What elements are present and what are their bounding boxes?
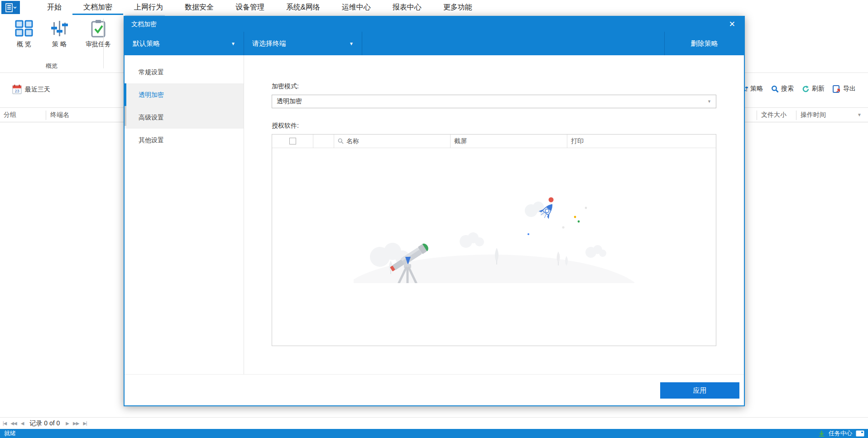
authorized-software-table: 名称 截屏 打印 (272, 134, 716, 346)
column-divider[interactable] (46, 111, 46, 120)
page-fast-prev-button[interactable]: ◀◀ (10, 421, 16, 426)
magnifier-icon (771, 85, 779, 93)
toolbar-refresh-button[interactable]: 刷新 (802, 85, 825, 93)
page-last-button[interactable]: ▶| (83, 421, 86, 426)
dialog-footer: 应用 (125, 374, 744, 405)
menu-item-ops-center[interactable]: 运维中心 (331, 0, 382, 15)
encryption-mode-value: 透明加密 (277, 97, 302, 106)
encryption-mode-select[interactable]: 透明加密 ▼ (272, 95, 716, 108)
column-header-optime[interactable]: 操作时间 (801, 111, 826, 119)
status-bar: 就绪 任务中心 (0, 429, 868, 438)
header-name-label: 名称 (346, 137, 359, 145)
toolbar-policy-label: 策略 (750, 85, 763, 93)
policy-select[interactable]: 默认策略 ▼ (125, 32, 244, 55)
header-blank-cell (313, 135, 334, 148)
calendar-icon: 23 (12, 85, 22, 94)
toolbar-refresh-label: 刷新 (812, 85, 825, 93)
menu-item-device-mgmt[interactable]: 设备管理 (225, 0, 275, 15)
dialog-nav: 常规设置 透明加密 高级设置 其他设置 (125, 55, 244, 374)
nav-item-other-settings[interactable]: 其他设置 (125, 129, 244, 151)
encryption-mode-label: 加密模式: (272, 82, 716, 91)
date-filter-label: 最近三天 (25, 86, 50, 94)
chevron-down-icon: ▼ (231, 41, 235, 46)
svg-text:23: 23 (14, 89, 19, 93)
terminal-select[interactable]: 请选择终端 ▼ (244, 32, 362, 55)
download-arrow-icon (818, 430, 825, 437)
top-menu-bar: 开始 文档加密 上网行为 数据安全 设备管理 系统&网络 运维中心 报表中心 更… (0, 0, 868, 15)
column-options-caret-icon[interactable]: ▼ (857, 112, 862, 117)
menu-item-system-network[interactable]: 系统&网络 (275, 0, 331, 15)
toolbar-search-label: 搜索 (781, 85, 794, 93)
ribbon-label-approval: 审批任务 (77, 40, 120, 48)
menu-item-web-behavior[interactable]: 上网行为 (123, 0, 174, 15)
column-divider[interactable] (757, 111, 757, 120)
ribbon-item-approval-tasks[interactable]: 审批任务 (77, 15, 120, 59)
app-list-icon (5, 3, 16, 12)
page-fast-next-button[interactable]: ▶▶ (73, 421, 79, 426)
page-next-button[interactable]: ▶ (66, 421, 69, 426)
apply-button[interactable]: 应用 (660, 382, 739, 399)
header-screenshot-cell[interactable]: 截屏 (451, 135, 567, 148)
ribbon-label-policy: 策 略 (42, 40, 77, 48)
nav-item-advanced-settings[interactable]: 高级设置 (125, 106, 244, 129)
ribbon-item-overview[interactable]: 概 览 (6, 15, 42, 59)
refresh-icon (802, 85, 810, 93)
policy-select-value: 默认策略 (133, 39, 160, 48)
workspace-toolbar: 策略 搜索 刷新 (740, 85, 856, 93)
select-all-checkbox[interactable] (289, 138, 296, 144)
clipboard-check-icon (90, 19, 107, 38)
dialog-titlebar: 文档加密 ✕ (125, 17, 744, 32)
column-header-group[interactable]: 分组 (4, 111, 16, 119)
header-print-cell[interactable]: 打印 (567, 135, 716, 148)
column-header-filesize[interactable]: 文件大小 (761, 111, 786, 119)
ribbon-item-policy[interactable]: 策 略 (42, 15, 77, 59)
dialog-content: 加密模式: 透明加密 ▼ 授权软件: (244, 55, 744, 374)
search-icon (338, 138, 344, 144)
empty-state-illustration (272, 188, 716, 283)
authorized-software-label: 授权软件: (272, 122, 716, 130)
chevron-down-icon: ▼ (707, 99, 711, 104)
header-checkbox-cell (272, 135, 313, 148)
menu-item-more[interactable]: 更多功能 (432, 0, 483, 15)
header-name-cell[interactable]: 名称 (334, 135, 451, 148)
page-prev-button[interactable]: ◀ (21, 421, 24, 426)
ribbon-label-overview: 概 览 (6, 40, 42, 48)
export-icon (833, 85, 841, 93)
column-header-terminal[interactable]: 终端名 (50, 111, 69, 119)
delete-policy-button[interactable]: 删除策略 (664, 32, 744, 55)
pagination-bar: |◀ ◀◀ ◀ 记录 0 of 0 ▶ ▶▶ ▶| (0, 417, 868, 429)
menu-item-report-center[interactable]: 报表中心 (382, 0, 432, 15)
column-divider[interactable] (796, 111, 796, 120)
ribbon-group-divider (103, 19, 104, 68)
menu-item-doc-encryption[interactable]: 文档加密 (72, 0, 123, 15)
software-table-header: 名称 截屏 打印 (272, 135, 716, 148)
date-filter[interactable]: 23 最近三天 (12, 85, 50, 94)
chevron-down-icon: ▼ (349, 41, 354, 46)
main-menu: 开始 文档加密 上网行为 数据安全 设备管理 系统&网络 运维中心 报表中心 更… (36, 0, 483, 15)
grid-icon (15, 20, 33, 37)
ribbon-group-label: 概览 (0, 62, 103, 70)
menu-item-start[interactable]: 开始 (36, 0, 72, 15)
dialog-title: 文档加密 (131, 20, 157, 29)
dialog-selector-row: 默认策略 ▼ 请选择终端 ▼ 删除策略 (125, 32, 744, 55)
page-first-button[interactable]: |◀ (3, 421, 6, 426)
nav-item-transparent-encryption[interactable]: 透明加密 (125, 83, 244, 106)
dialog-body: 常规设置 透明加密 高级设置 其他设置 加密模式: 透明加密 ▼ 授权软件: (125, 55, 744, 374)
toolbar-search-button[interactable]: 搜索 (771, 85, 794, 93)
toolbar-export-label: 导出 (843, 85, 856, 93)
status-ready-label: 就绪 (0, 429, 16, 438)
nav-item-general-settings[interactable]: 常规设置 (125, 61, 244, 83)
terminal-select-value: 请选择终端 (252, 39, 286, 48)
close-icon[interactable]: ✕ (727, 19, 737, 29)
task-center-button[interactable]: 任务中心 (829, 429, 852, 438)
task-window-icon[interactable] (856, 430, 864, 437)
app-menu-button[interactable] (1, 1, 20, 14)
sliders-icon (50, 20, 68, 37)
record-count-label: 记录 0 of 0 (29, 419, 60, 428)
menu-item-data-security[interactable]: 数据安全 (174, 0, 225, 15)
toolbar-export-button[interactable]: 导出 (833, 85, 856, 93)
doc-encryption-dialog: 文档加密 ✕ 默认策略 ▼ 请选择终端 ▼ 删除策略 常规设置 透明加密 高级设… (124, 16, 745, 406)
